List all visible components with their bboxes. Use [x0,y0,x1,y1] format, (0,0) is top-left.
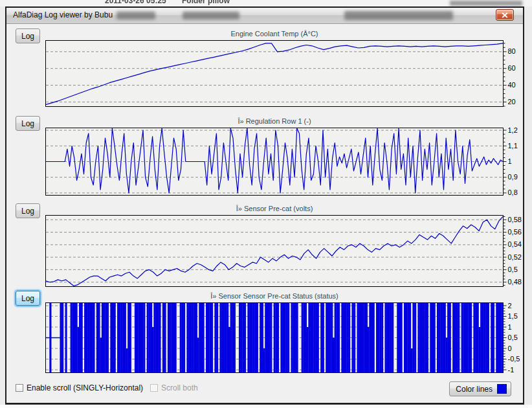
background-window-strip: 2011-03-26 05:25 Folder pillow [0,0,532,6]
scroll-both-checkbox: Scroll both [150,383,198,392]
svg-text:0,5: 0,5 [508,334,518,341]
svg-text:0: 0 [508,345,512,352]
svg-text:0,56: 0,56 [508,228,522,236]
svg-text:1: 1 [508,323,512,331]
chart-plot-area [45,128,504,196]
chart-title: Î» Regulation Row 1 (-) [45,117,504,126]
svg-text:40: 40 [508,81,516,89]
svg-text:0,58: 0,58 [508,216,522,223]
chart-y-axis-labels: 0,80,911,11,2 [504,126,523,198]
log-button[interactable]: Log [16,116,40,131]
chart-y-axis-labels: 0,480,50,520,540,560,58 [504,213,523,289]
svg-text:0,9: 0,9 [508,173,518,181]
bottom-controls: Enable scroll (SINGLY-Horizontal) Scroll… [6,381,522,397]
log-button[interactable]: Log [16,203,40,218]
chart-title: Engine Coolant Temp (Â°C) [45,29,504,38]
svg-text:0,54: 0,54 [508,240,522,248]
svg-text:1,2: 1,2 [508,126,518,134]
chart-sensor-pre-cat: Î» Sensor Pre-cat (volts) 0,480,50,520,5… [45,204,523,287]
chart-lambda-regulation: Î» Regulation Row 1 (-) 0,80,911,11,2 [45,117,523,196]
redacted-text-blur [183,12,239,19]
chart-title: Î» Sensor Sensor Pre-cat Status (status) [45,291,504,300]
svg-text:20: 20 [508,98,516,106]
checkbox-box[interactable] [16,384,23,392]
chart-y-axis-labels: -1-0,500,511,52 [504,300,523,375]
window-title: AlfaDiag Log viewer by Bubu [13,10,113,19]
title-bar[interactable]: AlfaDiag Log viewer by Bubu [6,8,523,24]
svg-text:2: 2 [508,302,512,310]
background-bottom-strip [0,405,532,408]
color-swatch-icon [497,384,507,394]
chart-plot-area [45,302,504,373]
svg-text:0,52: 0,52 [508,253,522,261]
chart-plot-area [45,40,504,107]
chart-plot-area [45,215,504,287]
svg-text:0,8: 0,8 [508,188,518,196]
color-lines-label: Color lines [456,385,493,394]
svg-text:-0,5: -0,5 [508,355,520,363]
chart-y-axis-labels: 20406080 [504,38,523,109]
alfadiag-window: AlfaDiag Log viewer by Bubu Log Engine C… [5,6,524,404]
scroll-both-label: Scroll both [161,383,198,392]
redacted-text-blur [344,11,453,20]
background-date-text: 2011-03-26 05:25 [105,0,166,5]
enable-scroll-label: Enable scroll (SINGLY-Horizontal) [27,383,143,392]
svg-text:1: 1 [508,157,512,165]
client-area: Log Engine Coolant Temp (Â°C) 20406080 L… [6,24,523,403]
svg-text:80: 80 [508,47,516,55]
log-button[interactable]: Log [16,291,40,306]
svg-text:60: 60 [508,64,516,72]
color-lines-button[interactable]: Color lines [449,381,511,396]
enable-scroll-checkbox[interactable]: Enable scroll (SINGLY-Horizontal) [16,383,143,392]
chart-sensor-pre-cat-status: Î» Sensor Sensor Pre-cat Status (status)… [45,291,523,373]
close-icon [502,12,508,18]
svg-text:0,48: 0,48 [508,278,522,286]
chart-engine-coolant-temp: Engine Coolant Temp (Â°C) 20406080 [45,29,523,107]
background-blurred-block [450,1,522,6]
close-button[interactable] [496,9,514,21]
background-folder-text: Folder pillow [182,0,230,5]
svg-text:0,5: 0,5 [508,266,518,273]
checkbox-box [150,384,158,392]
redacted-text-blur [116,12,155,19]
svg-text:-1: -1 [508,366,515,374]
svg-text:1,5: 1,5 [508,312,518,320]
chart-title: Î» Sensor Pre-cat (volts) [45,204,504,213]
log-button[interactable]: Log [16,28,40,43]
svg-text:1,1: 1,1 [508,142,518,150]
